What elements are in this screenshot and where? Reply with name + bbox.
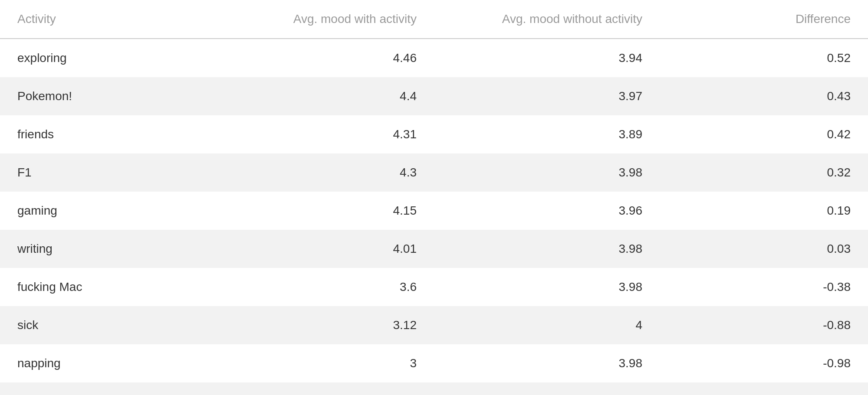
cell-activity: napping bbox=[0, 344, 208, 382]
header-difference: Difference bbox=[660, 0, 868, 39]
cell-avg-without: 3.98 bbox=[434, 230, 660, 268]
cell-difference: -0.88 bbox=[660, 306, 868, 344]
cell-avg-with: 4.31 bbox=[208, 115, 434, 153]
cell-avg-without: 3.98 bbox=[434, 153, 660, 192]
cell-avg-with: 2.94 bbox=[208, 382, 434, 395]
cell-activity: Pokemon! bbox=[0, 77, 208, 115]
table-header-row: Activity Avg. mood with activity Avg. mo… bbox=[0, 0, 868, 39]
cell-avg-with: 4.46 bbox=[208, 39, 434, 77]
cell-activity: exploring bbox=[0, 39, 208, 77]
header-avg-with: Avg. mood with activity bbox=[208, 0, 434, 39]
cell-difference: 0.03 bbox=[660, 230, 868, 268]
table-row: Pokemon!4.43.970.43 bbox=[0, 77, 868, 115]
table-row: napping33.98-0.98 bbox=[0, 344, 868, 382]
cell-activity: sick bbox=[0, 306, 208, 344]
cell-avg-without: 4 bbox=[434, 382, 660, 395]
cell-avg-without: 3.97 bbox=[434, 77, 660, 115]
table-row: writing4.013.980.03 bbox=[0, 230, 868, 268]
cell-avg-without: 3.89 bbox=[434, 115, 660, 153]
cell-avg-without: 3.98 bbox=[434, 344, 660, 382]
cell-activity: gaming bbox=[0, 192, 208, 230]
cell-activity: F1 bbox=[0, 153, 208, 192]
cell-avg-with: 3 bbox=[208, 344, 434, 382]
cell-difference: -0.38 bbox=[660, 268, 868, 306]
cell-activity: fucking Mac bbox=[0, 268, 208, 306]
table-row: lockdown covid-192.944-1.06 bbox=[0, 382, 868, 395]
activity-table-container: Activity Avg. mood with activity Avg. mo… bbox=[0, 0, 868, 395]
cell-avg-without: 4 bbox=[434, 306, 660, 344]
cell-avg-without: 3.96 bbox=[434, 192, 660, 230]
cell-difference: 0.42 bbox=[660, 115, 868, 153]
cell-activity: lockdown covid-19 bbox=[0, 382, 208, 395]
cell-avg-with: 4.4 bbox=[208, 77, 434, 115]
cell-difference: 0.43 bbox=[660, 77, 868, 115]
cell-difference: 0.52 bbox=[660, 39, 868, 77]
cell-activity: writing bbox=[0, 230, 208, 268]
activity-table: Activity Avg. mood with activity Avg. mo… bbox=[0, 0, 868, 395]
table-row: gaming4.153.960.19 bbox=[0, 192, 868, 230]
cell-avg-with: 4.3 bbox=[208, 153, 434, 192]
header-avg-without: Avg. mood without activity bbox=[434, 0, 660, 39]
cell-avg-with: 3.12 bbox=[208, 306, 434, 344]
cell-difference: -0.98 bbox=[660, 344, 868, 382]
table-row: F14.33.980.32 bbox=[0, 153, 868, 192]
table-row: exploring4.463.940.52 bbox=[0, 39, 868, 77]
cell-difference: 0.19 bbox=[660, 192, 868, 230]
cell-difference: -1.06 bbox=[660, 382, 868, 395]
cell-difference: 0.32 bbox=[660, 153, 868, 192]
table-row: fucking Mac3.63.98-0.38 bbox=[0, 268, 868, 306]
header-activity: Activity bbox=[0, 0, 208, 39]
table-row: friends4.313.890.42 bbox=[0, 115, 868, 153]
cell-avg-with: 4.15 bbox=[208, 192, 434, 230]
cell-avg-without: 3.94 bbox=[434, 39, 660, 77]
cell-avg-without: 3.98 bbox=[434, 268, 660, 306]
cell-activity: friends bbox=[0, 115, 208, 153]
table-row: sick3.124-0.88 bbox=[0, 306, 868, 344]
cell-avg-with: 3.6 bbox=[208, 268, 434, 306]
cell-avg-with: 4.01 bbox=[208, 230, 434, 268]
